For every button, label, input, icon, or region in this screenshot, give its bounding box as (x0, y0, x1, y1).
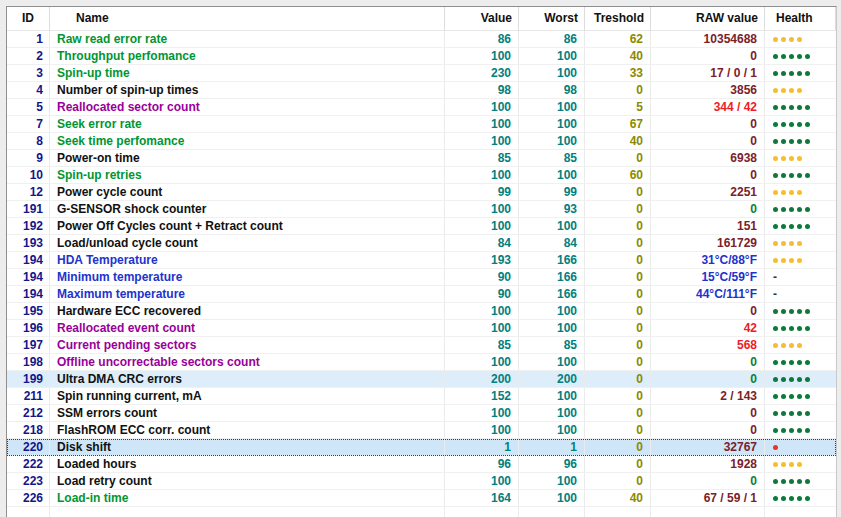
value-cell: 90 (445, 286, 519, 303)
treshold-cell: 60 (585, 167, 651, 184)
table-row[interactable]: 195Hardware ECC recovered10010000 (7, 303, 836, 320)
health-dot-green (773, 394, 778, 399)
worst-cell: 100 (519, 133, 585, 150)
raw-value-cell: 1928 (651, 456, 765, 473)
health-dot-green (781, 309, 786, 314)
health-indicator (765, 405, 836, 422)
table-row[interactable]: 10Spin-up retries100100600 (7, 167, 836, 184)
attribute-name: Load-in time (50, 490, 445, 507)
health-indicator (765, 150, 836, 167)
table-row[interactable]: 218FlashROM ECC corr. count10010000 (7, 422, 836, 439)
column-header-treshold: Treshold (585, 7, 651, 31)
value-cell: 100 (445, 133, 519, 150)
health-dot-green (797, 139, 802, 144)
health-dot-yellow (773, 37, 778, 42)
attribute-name: FlashROM ECC corr. count (50, 422, 445, 439)
table-row[interactable]: 8Seek time perfomance100100400 (7, 133, 836, 150)
table-row[interactable]: 12Power cycle count999902251 (7, 184, 836, 201)
health-dot-red (773, 445, 778, 450)
health-indicator (765, 99, 836, 116)
worst-cell: 96 (519, 456, 585, 473)
health-dot-yellow (789, 343, 794, 348)
column-header-name: Name (50, 7, 445, 31)
table-row[interactable]: 220Disk shift11032767 (7, 439, 836, 456)
attribute-name: Current pending sectors (50, 337, 445, 354)
health-dot-green (797, 428, 802, 433)
worst-cell: 100 (519, 116, 585, 133)
treshold-cell: 5 (585, 99, 651, 116)
health-dot-green (773, 411, 778, 416)
value-cell: 100 (445, 48, 519, 65)
attribute-name: Number of spin-up times (50, 82, 445, 99)
worst-cell: 93 (519, 201, 585, 218)
table-row[interactable]: 4Number of spin-up times989803856 (7, 82, 836, 99)
health-dot-green (781, 139, 786, 144)
table-row[interactable]: 223Load retry count10010000 (7, 473, 836, 490)
table-empty-area (7, 507, 836, 517)
value-cell: 164 (445, 490, 519, 507)
table-row[interactable]: 192Power Off Cycles count + Retract coun… (7, 218, 836, 235)
health-indicator (765, 337, 836, 354)
table-row[interactable]: 191G-SENSOR shock counter1009300 (7, 201, 836, 218)
table-row[interactable]: 1Raw read error rate86866210354688 (7, 31, 836, 48)
health-indicator (765, 320, 836, 337)
table-row[interactable]: 211Spin running current, mA15210002 / 14… (7, 388, 836, 405)
health-dot-green (789, 105, 794, 110)
attribute-name: Load/unload cycle count (50, 235, 445, 252)
health-dot-green (805, 377, 810, 382)
table-row[interactable]: 212SSM errors count10010000 (7, 405, 836, 422)
table-row[interactable]: 194Maximum temperature90166044°C/111°F- (7, 286, 836, 303)
table-row[interactable]: 9Power-on time858506938 (7, 150, 836, 167)
table-row[interactable]: 3Spin-up time2301003317 / 0 / 1 (7, 65, 836, 82)
value-cell: 100 (445, 405, 519, 422)
table-row[interactable]: 198Offline uncorrectable sectors count10… (7, 354, 836, 371)
raw-value-cell: 0 (651, 303, 765, 320)
value-cell: 100 (445, 303, 519, 320)
health-indicator (765, 167, 836, 184)
health-dot-yellow (797, 241, 802, 246)
health-dot-green (781, 207, 786, 212)
health-dot-yellow (781, 88, 786, 93)
table-row[interactable]: 194HDA Temperature193166031°C/88°F (7, 252, 836, 269)
attribute-name: Disk shift (50, 439, 445, 456)
raw-value-cell: 0 (651, 473, 765, 490)
health-none-dash: - (773, 286, 777, 302)
health-dot-green (781, 377, 786, 382)
health-dot-green (789, 394, 794, 399)
table-row[interactable]: 193Load/unload cycle count84840161729 (7, 235, 836, 252)
attribute-id: 4 (7, 82, 50, 99)
health-dot-green (805, 139, 810, 144)
table-row[interactable]: 7Seek error rate100100670 (7, 116, 836, 133)
treshold-cell: 0 (585, 218, 651, 235)
health-dot-green (781, 496, 786, 501)
health-dot-green (773, 173, 778, 178)
health-dot-yellow (773, 156, 778, 161)
health-dot-green (781, 71, 786, 76)
raw-value-cell: 161729 (651, 235, 765, 252)
table-row[interactable]: 197Current pending sectors85850568 (7, 337, 836, 354)
health-dot-green (781, 224, 786, 229)
health-dot-green (773, 377, 778, 382)
attribute-id: 199 (7, 371, 50, 388)
attribute-id: 192 (7, 218, 50, 235)
health-dot-yellow (789, 258, 794, 263)
table-row[interactable]: 194Minimum temperature90166015°C/59°F- (7, 269, 836, 286)
raw-value-cell: 0 (651, 116, 765, 133)
health-dot-green (797, 377, 802, 382)
table-row[interactable]: 222Loaded hours969601928 (7, 456, 836, 473)
attribute-id: 8 (7, 133, 50, 150)
health-dot-yellow (797, 258, 802, 263)
attribute-id: 197 (7, 337, 50, 354)
table-row[interactable]: 226Load-in time1641004067 / 59 / 1 (7, 490, 836, 507)
health-dot-green (805, 309, 810, 314)
attribute-id: 5 (7, 99, 50, 116)
table-row[interactable]: 5Reallocated sector count1001005344 / 42 (7, 99, 836, 116)
treshold-cell: 0 (585, 388, 651, 405)
attribute-name: G-SENSOR shock counter (50, 201, 445, 218)
health-dot-green (797, 71, 802, 76)
attribute-name: Ultra DMA CRC errors (50, 371, 445, 388)
table-row[interactable]: 199Ultra DMA CRC errors20020000 (7, 371, 836, 388)
table-row[interactable]: 196Reallocated event count100100042 (7, 320, 836, 337)
table-row[interactable]: 2Throughput perfomance100100400 (7, 48, 836, 65)
attribute-name: Spin-up retries (50, 167, 445, 184)
